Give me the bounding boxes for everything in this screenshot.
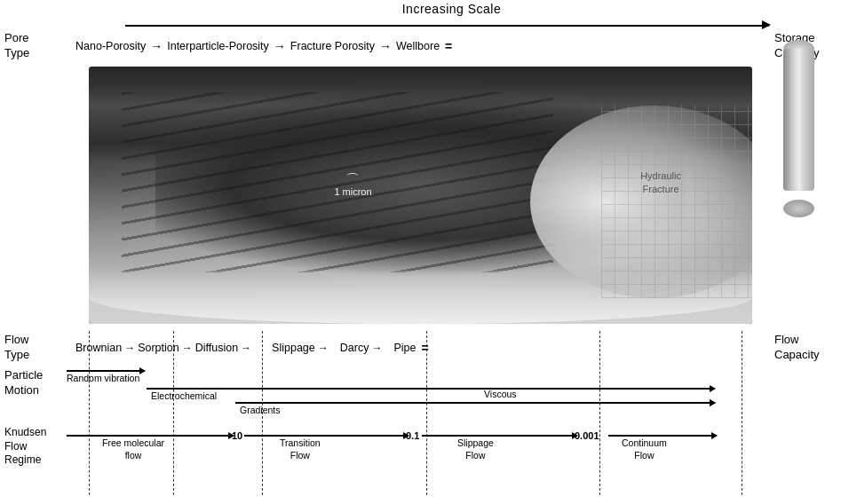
pm-arrow4	[400, 402, 715, 404]
kn-continuum: ContinuumFlow	[622, 437, 667, 461]
wellbore-label: Wellbore	[396, 40, 440, 52]
grid-overlay	[601, 106, 752, 299]
fracture-porosity: Fracture Porosity	[290, 40, 375, 52]
kn-arrow3	[422, 435, 577, 437]
flow-items: Brownian → Sorption → Diffusion → Slippa…	[67, 341, 770, 355]
particle-motion-items: Random vibration Electrochemical Gradien…	[67, 368, 841, 417]
pore-type-label: Pore Type	[0, 31, 67, 61]
flow-arrow5: →	[371, 342, 382, 354]
interparticle-porosity: Interparticle-Porosity	[167, 40, 269, 52]
scale-header: Increasing Scale	[89, 2, 814, 32]
knudsen-flow-section: Knudsen Flow Regime Free molecularflow 1…	[0, 426, 841, 488]
particle-motion-label: Particle Motion	[0, 368, 67, 398]
kn-arrow2	[244, 435, 409, 437]
flow-arrow3: →	[241, 342, 251, 354]
kn-slippage: SlippageFlow	[457, 437, 494, 461]
scale-label: Increasing Scale	[402, 2, 502, 16]
cylinder-body	[783, 49, 814, 191]
pm-random-vibration: Random vibration	[67, 373, 139, 383]
kn-0-1: 0.1	[406, 430, 419, 441]
flow-capacity: Flow Capacity	[770, 333, 841, 363]
knudsen-label: Knudsen Flow Regime	[0, 426, 67, 468]
arrow2: →	[274, 39, 286, 53]
flow-slippage: Slippage	[272, 342, 315, 354]
kn-10: 10	[232, 430, 242, 441]
kn-transition: TransitionFlow	[280, 437, 321, 461]
flow-arrow2: →	[182, 342, 193, 354]
pm-electrochemical: Electrochemical	[151, 390, 217, 401]
flow-pipe: Pipe	[393, 342, 416, 354]
flow-diffusion: Diffusion	[195, 342, 238, 354]
page-container: Increasing Scale Pore Type Nano-Porosity…	[0, 0, 841, 504]
pm-arrow2	[147, 388, 715, 390]
pore-equals: =	[445, 39, 452, 53]
sem-image: Hydraulic Fracture ⌒ 1 micron	[89, 67, 752, 324]
kn-free-molecular: Free molecularflow	[102, 437, 164, 461]
kn-0-001: 0.001	[575, 430, 599, 441]
kn-arrow1	[67, 435, 234, 437]
flow-sorption: Sorption	[138, 342, 179, 354]
pm-arrow1	[67, 370, 145, 372]
flow-arrow1: →	[124, 342, 135, 354]
micron-brace: ⌒	[334, 175, 371, 186]
cylinder-bottom	[783, 200, 814, 217]
pore-items: Nano-Porosity → Interparticle-Porosity →…	[67, 39, 770, 53]
wellbore-cylinder	[783, 49, 814, 209]
arrow3: →	[379, 39, 392, 53]
flow-equals: =	[421, 341, 428, 355]
particle-motion-section: Particle Motion Random vibration Electro…	[0, 368, 841, 417]
pm-gradients: Gradients	[240, 405, 281, 415]
knudsen-items: Free molecularflow 10 TransitionFlow 0.1…	[67, 426, 841, 488]
arrow1: →	[150, 39, 163, 53]
flow-type-label: Flow Type	[0, 333, 67, 363]
flow-type-section: Flow Type Brownian → Sorption → Diffusio…	[0, 333, 841, 363]
flow-brownian: Brownian	[75, 342, 122, 354]
micron-label: ⌒ 1 micron	[334, 175, 371, 197]
kn-arrow4	[608, 435, 717, 437]
nano-porosity: Nano-Porosity	[75, 40, 146, 52]
pore-type-section: Pore Type Nano-Porosity → Interparticle-…	[0, 31, 841, 61]
scale-arrow	[125, 18, 778, 32]
flow-arrow4: →	[318, 342, 329, 354]
pm-viscous: Viscous	[484, 389, 517, 399]
hydraulic-fracture-label: Hydraulic Fracture	[640, 169, 681, 197]
flow-darcy: Darcy	[340, 342, 369, 354]
micron-text: 1 micron	[334, 186, 371, 197]
